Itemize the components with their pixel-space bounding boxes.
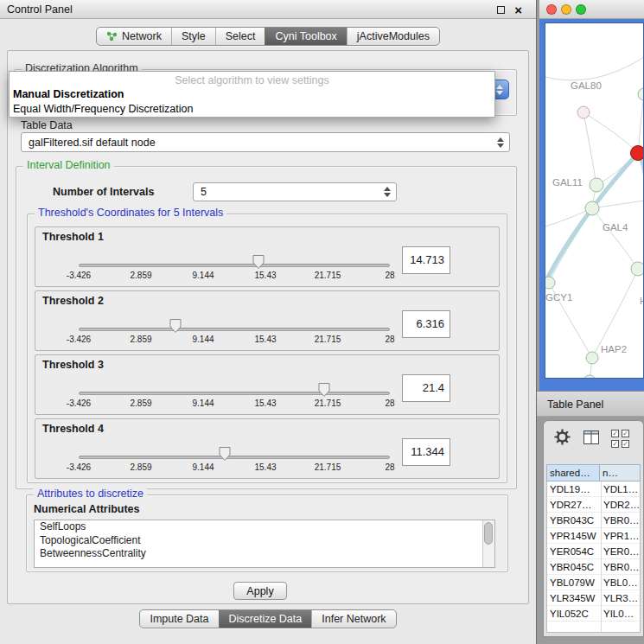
- threshold-label: Threshold 3: [42, 359, 104, 371]
- tick-label: 2.859: [130, 271, 151, 280]
- threshold-1-slider[interactable]: -3.426 2.859 9.144 15.43 21.715 28: [79, 250, 390, 284]
- table-row[interactable]: YDL19…YDL1…: [547, 481, 640, 497]
- tab-label: Impute Data: [150, 613, 208, 625]
- algorithm-dropdown-popup: Select algorithm to view settings Manual…: [9, 71, 495, 118]
- checkbox-icon: ✓: [611, 440, 619, 448]
- table-row[interactable]: YIL052CYIL0…: [547, 606, 640, 622]
- threshold-3-value[interactable]: 21.4: [402, 374, 450, 402]
- threshold-3-slider[interactable]: -3.426 2.859 9.144 15.43 21.715 28: [79, 378, 390, 412]
- popup-option-manual-discretization[interactable]: Manual Discretization: [10, 87, 494, 102]
- threshold-2-slider[interactable]: -3.426 2.859 9.144 15.43 21.715 28: [79, 314, 390, 348]
- list-item[interactable]: BetweennessCentrality: [35, 547, 494, 561]
- window-title: Control Panel: [7, 0, 73, 19]
- tick-label: 15.43: [254, 462, 276, 472]
- popup-placeholder: Select algorithm to view settings: [10, 73, 494, 87]
- columns-icon[interactable]: [583, 430, 599, 444]
- tick-label: 2.859: [130, 335, 151, 344]
- threshold-4-value[interactable]: 11.344: [402, 438, 450, 466]
- tab-cyni-toolbox[interactable]: Cyni Toolbox: [265, 28, 346, 45]
- tab-style[interactable]: Style: [171, 28, 215, 45]
- minimize-traffic-light[interactable]: [561, 4, 571, 15]
- tick-label: 15.43: [254, 399, 276, 408]
- column-header-shared-name[interactable]: shared…: [546, 464, 600, 481]
- threshold-2-box: Threshold 2 -3.426 2.859 9.144 15.43 21.…: [35, 290, 500, 351]
- network-canvas[interactable]: GAL80 GAL11 GAL4 GCY1 HAP2 H: [545, 22, 644, 379]
- tab-label: Network: [122, 30, 162, 42]
- table-row[interactable]: YER054CYER0…: [547, 544, 640, 559]
- slider-track[interactable]: [79, 264, 390, 267]
- group-title: Attributes to discretize: [34, 488, 147, 500]
- float-window-icon[interactable]: [497, 6, 505, 14]
- attributes-to-discretize-group: Attributes to discretize Numerical Attri…: [26, 494, 508, 572]
- scrollbar-thumb[interactable]: [484, 522, 493, 545]
- app-root: Control Panel × Network Style: [0, 0, 644, 644]
- slider-thumb[interactable]: [318, 383, 330, 397]
- tab-network[interactable]: Network: [97, 28, 171, 45]
- numerical-attributes-label: Numerical Attributes: [34, 503, 139, 515]
- gear-icon[interactable]: [554, 429, 571, 445]
- tab-select[interactable]: Select: [215, 28, 265, 45]
- list-scrollbar[interactable]: [482, 520, 494, 567]
- tick-label: -3.426: [67, 335, 91, 344]
- tab-impute-data[interactable]: Impute Data: [140, 610, 218, 628]
- tab-label: Cyni Toolbox: [275, 30, 336, 42]
- combo-arrows-icon: [497, 137, 504, 148]
- select-columns-icon[interactable]: ✓ ✓ ✓ ✓: [611, 430, 629, 448]
- numerical-attributes-list[interactable]: SelfLoops TopologicalCoefficient Between…: [34, 520, 495, 568]
- tick-label: 21.715: [315, 399, 341, 408]
- table-row[interactable]: YBR043CYBR0…: [547, 513, 640, 528]
- table-panel-toolbar: ✓ ✓ ✓ ✓: [544, 421, 643, 461]
- close-icon[interactable]: ×: [514, 1, 522, 20]
- slider-thumb[interactable]: [219, 447, 231, 461]
- network-nodes[interactable]: [545, 88, 644, 379]
- tick-label: 2.859: [130, 462, 151, 472]
- popup-option-equal-width-frequency[interactable]: Equal Width/Frequency Discretization: [10, 102, 494, 117]
- list-item[interactable]: SelfLoops: [35, 520, 494, 534]
- network-window-titlebar: [539, 0, 644, 19]
- tab-infer-network[interactable]: Infer Network: [311, 610, 395, 628]
- table-panel-title: Table Panel: [547, 399, 603, 411]
- threshold-label: Threshold 4: [42, 423, 104, 435]
- table-row[interactable]: YPR145WYPR1…: [547, 528, 640, 544]
- tick-label: 15.43: [254, 335, 276, 344]
- tab-label: Infer Network: [322, 613, 386, 625]
- tab-label: Discretize Data: [229, 613, 303, 625]
- threshold-1-value[interactable]: 14.713: [402, 246, 450, 274]
- column-header-name[interactable]: n…: [600, 464, 641, 481]
- table-row[interactable]: YBR045CYBR0…: [547, 559, 640, 575]
- network-graph: GAL80 GAL11 GAL4 GCY1 HAP2 H: [545, 23, 644, 379]
- tick-label: 9.144: [192, 271, 214, 280]
- node-label: GAL11: [552, 177, 583, 188]
- table-data-combo-value: galFiltered.sif default node: [29, 137, 156, 149]
- tick-label: 15.43: [254, 271, 276, 280]
- slider-thumb[interactable]: [252, 255, 265, 269]
- tick-label: 21.715: [315, 462, 341, 472]
- number-of-intervals-combo[interactable]: 5: [193, 182, 397, 201]
- slider-thumb[interactable]: [169, 319, 182, 333]
- zoom-traffic-light[interactable]: [576, 4, 586, 15]
- slider-track[interactable]: [79, 456, 390, 459]
- tab-jactivemodules[interactable]: jActiveModules: [347, 28, 439, 45]
- close-traffic-light[interactable]: [546, 4, 557, 15]
- table-row[interactable]: YLR345WYLR3…: [547, 590, 640, 606]
- slider-track[interactable]: [79, 328, 390, 331]
- table-body: YDL19…YDL1… YDR27…YDR2… YBR043CYBR0… YPR…: [546, 481, 641, 633]
- network-window-frame: GAL80 GAL11 GAL4 GCY1 HAP2 H: [539, 19, 644, 391]
- tick-label: 28: [385, 462, 394, 472]
- tab-discretize-data[interactable]: Discretize Data: [219, 610, 312, 628]
- threshold-2-value[interactable]: 6.316: [402, 310, 450, 338]
- slider-track[interactable]: [79, 392, 390, 395]
- tick-label: -3.426: [67, 271, 91, 280]
- selected-node[interactable]: [631, 146, 644, 161]
- apply-button[interactable]: Apply: [233, 582, 287, 600]
- table-row[interactable]: YDR27…YDR2…: [547, 497, 640, 513]
- checkbox-icon: ✓: [622, 440, 629, 448]
- tick-label: -3.426: [67, 462, 91, 472]
- tick-label: 21.715: [315, 335, 341, 344]
- table-data-combo[interactable]: galFiltered.sif default node: [21, 132, 510, 152]
- combo-arrows-icon: [496, 85, 503, 95]
- threshold-4-slider[interactable]: -3.426 2.859 9.144 15.43 21.715 28: [79, 442, 390, 476]
- threshold-4-box: Threshold 4 -3.426 2.859 9.144 15.43 21.…: [35, 418, 500, 479]
- list-item[interactable]: TopologicalCoefficient: [35, 534, 494, 548]
- table-row[interactable]: YBL079WYBL0…: [547, 575, 640, 590]
